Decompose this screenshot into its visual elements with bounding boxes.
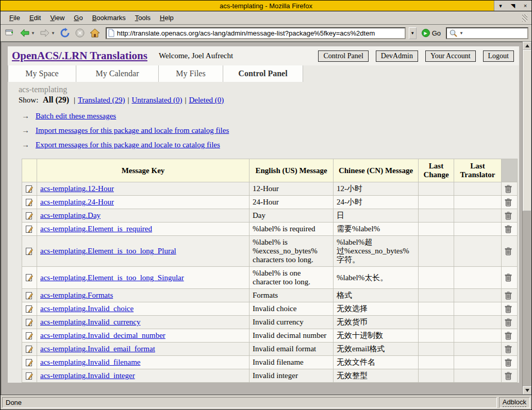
url-history-dropdown[interactable]: ▼ [409,27,417,39]
menu-go[interactable]: Go [69,12,87,24]
delete-message-icon[interactable] [505,212,514,220]
scrollbar-track[interactable] [523,50,531,386]
delete-cell [502,302,518,316]
reload-button[interactable] [58,27,72,39]
url-bar[interactable] [106,27,406,39]
tab-my-calendar[interactable]: My Calendar [76,65,159,82]
new-tab-button[interactable] [4,27,16,39]
edit-message-icon[interactable] [25,198,34,207]
your-account-button[interactable]: Your Account [425,50,476,62]
last-change-cell [419,316,454,329]
control-panel-button[interactable]: Control Panel [318,50,368,62]
message-key-link[interactable]: acs-templating.Element_is_required [40,225,152,233]
edit-message-icon[interactable] [25,305,34,313]
site-title-link[interactable]: OpenACS/.LRN Translations [12,49,147,62]
menu-bookmarks[interactable]: Bookmarks [88,12,130,24]
firefox-window: acs-templating - Mozilla Firefox ▾ ◥ × F… [0,0,532,410]
edit-message-icon[interactable] [25,292,34,300]
edit-message-icon[interactable] [25,332,34,340]
filter-link-deleted[interactable]: Deleted (0) [189,96,224,104]
menu-tools[interactable]: Tools [130,12,155,24]
delete-cell [502,223,518,236]
message-key-link[interactable]: acs-templating.Invalid_choice [40,304,134,313]
tab-control-panel[interactable]: Control Panel [223,65,303,82]
edit-cell [22,356,37,369]
edit-message-icon[interactable] [25,358,34,367]
search-engine-dropdown-icon[interactable]: ▼ [459,31,463,36]
tab-my-files[interactable]: My Files [159,65,223,82]
forward-dropdown-icon[interactable]: ▼ [51,31,55,36]
message-key-link[interactable]: acs-templating.Element_is_too_long_Plura… [40,247,176,255]
delete-message-icon[interactable] [505,292,514,300]
action-link-2[interactable]: Export messages for this package and loc… [36,141,220,149]
filter-link-translated[interactable]: Translated (29) [78,96,125,104]
message-key-link[interactable]: acs-templating.Invalid_decimal_number [40,331,165,339]
scroll-down-button[interactable] [523,386,531,395]
message-key-cell: acs-templating.Invalid_decimal_number [37,329,250,343]
devadmin-button[interactable]: DevAdmin [376,50,418,62]
maximize-window-icon[interactable]: ◥ [509,1,517,10]
message-key-link[interactable]: acs-templating.Formats [40,291,113,299]
message-key-cell: acs-templating.Element_is_too_long_Singu… [37,267,250,289]
message-key-link[interactable]: acs-templating.Day [40,211,101,219]
english-message-cell: %label% is %excess_no_bytes% characters … [250,236,334,267]
search-input[interactable] [464,29,532,37]
delete-message-icon[interactable] [505,318,514,327]
delete-message-icon[interactable] [505,332,514,340]
edit-message-icon[interactable] [25,225,34,233]
tab-my-space[interactable]: My Space [8,65,76,82]
edit-message-icon[interactable] [25,345,34,353]
message-key-link[interactable]: acs-templating.Invalid_currency [40,318,141,326]
logout-button[interactable]: Logout [483,50,514,62]
delete-message-icon[interactable] [505,274,514,282]
menu-file[interactable]: File [5,12,25,24]
forward-button[interactable]: ▼ [38,27,56,39]
edit-message-icon[interactable] [25,372,34,380]
go-button[interactable]: ▶ Go [419,28,444,38]
home-button[interactable] [88,27,102,39]
filter-link-untranslated[interactable]: Untranslated (0) [132,96,182,104]
message-key-link[interactable]: acs-templating.24-Hour [40,198,114,206]
delete-message-icon[interactable] [505,225,514,233]
action-link-1[interactable]: Import messages for this package and loc… [36,126,229,135]
close-window-icon[interactable]: × [521,1,529,10]
message-row: acs-templating.Day Day 日 [22,209,518,223]
vertical-scrollbar[interactable] [522,42,531,395]
message-key-link[interactable]: acs-templating.Element_is_too_long_Singu… [40,274,184,282]
show-filter: Show: All (29) |Translated (29)|Untransl… [19,95,519,105]
menu-edit[interactable]: Edit [25,12,45,24]
shade-window-icon[interactable]: ▾ [496,1,505,10]
message-key-link[interactable]: acs-templating.12-Hour [40,184,114,193]
scrollbar-thumb[interactable] [523,50,531,211]
message-key-link[interactable]: acs-templating.Invalid_email_format [40,345,155,353]
edit-message-icon[interactable] [25,247,34,255]
edit-message-icon[interactable] [25,212,34,220]
delete-cell [502,329,518,343]
stop-button[interactable] [74,27,86,39]
menubar-grippy[interactable] [522,14,527,22]
edit-message-icon[interactable] [25,185,34,193]
scroll-up-button[interactable] [523,42,531,50]
delete-message-icon[interactable] [505,358,514,367]
delete-message-icon[interactable] [505,185,514,193]
back-button[interactable]: ▼ [18,27,36,39]
url-input[interactable] [117,29,404,37]
search-bar[interactable]: ▼ [446,27,528,39]
edit-message-icon[interactable] [25,274,34,282]
menu-help[interactable]: Help [155,12,178,24]
adblock-panel[interactable]: Adblock [499,397,530,408]
delete-message-icon[interactable] [505,345,514,353]
delete-message-icon[interactable] [505,247,514,255]
titlebar[interactable]: acs-templating - Mozilla Firefox ▾ ◥ × [1,1,531,11]
edit-message-icon[interactable] [25,318,34,327]
message-key-link[interactable]: acs-templating.Invalid_filename [40,358,141,366]
menu-view[interactable]: View [45,12,69,24]
action-link-0[interactable]: Batch edit these messages [36,112,116,121]
delete-message-icon[interactable] [505,198,514,207]
back-dropdown-icon[interactable]: ▼ [31,31,35,36]
delete-message-icon[interactable] [505,305,514,313]
chinese-message-cell: 无效文件名 [334,356,419,369]
stop-icon [75,28,85,38]
delete-message-icon[interactable] [505,372,514,380]
message-key-link[interactable]: acs-templating.Invalid_integer [40,371,135,380]
